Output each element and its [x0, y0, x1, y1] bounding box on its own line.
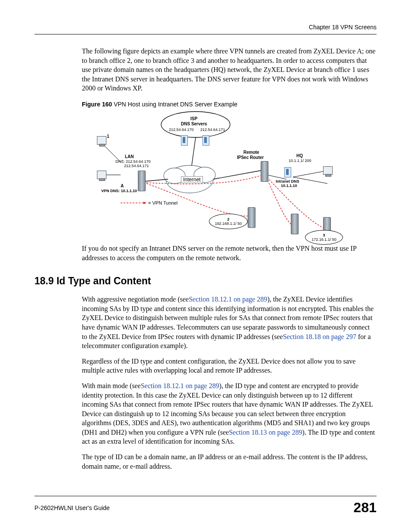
svg-line-4 — [192, 137, 196, 165]
node3-label: 3 — [323, 233, 325, 237]
after-figure-paragraph: If you do not specify an Intranet DNS se… — [82, 244, 377, 262]
node2b-router-icon — [291, 214, 299, 234]
node-1-label: 1 — [107, 134, 109, 139]
dns-ip1: 212.54.64.170 — [169, 128, 194, 132]
p3-text-b: ), the ID type and content are encrypted… — [82, 382, 373, 436]
page-footer: P-2602HWLNI User's Guide 281 — [34, 496, 377, 516]
pc-icon-2 — [97, 171, 106, 179]
page-header: Chapter 18 VPN Screens — [34, 24, 377, 34]
page: Chapter 18 VPN Screens The following fig… — [0, 0, 411, 532]
lan-dns2: 212.54.64.171 — [124, 164, 149, 168]
dns-servers-label: DNS Servers — [181, 121, 207, 126]
after-figure-block: If you do not specify an Intranet DNS se… — [82, 244, 377, 262]
vpn-tunnel-legend: = VPN Tunnel — [148, 200, 177, 205]
isp-label: ISP — [190, 116, 197, 121]
svg-line-10 — [293, 171, 327, 177]
device-a-label: A — [121, 184, 124, 188]
intro-block: The following figure depicts an example … — [82, 47, 377, 93]
vpn-dns-label: VPN DNS: 10.1.1.10 — [101, 189, 137, 193]
dns-server-icon-2 — [202, 135, 209, 146]
node3-ip: 172.16.1.1/ 50 — [311, 237, 336, 242]
hq-pc-icon — [323, 166, 333, 175]
svg-line-9 — [267, 175, 286, 179]
p3-text-a: With main mode (see — [82, 382, 141, 389]
paragraph-2: Regardless of the ID type and content co… — [82, 357, 377, 375]
footer-page-number: 281 — [354, 500, 377, 516]
figure-caption: Figure 160 VPN Host using Intranet DNS S… — [82, 101, 377, 108]
link-section-18-12-1-b[interactable]: Section 18.12.1 on page 289 — [141, 382, 219, 389]
node3-oval: 3 172.16.1.1/ 50 — [305, 230, 343, 245]
footer-guide: P-2602HWLNI User's Guide — [34, 504, 110, 511]
svg-marker-13 — [143, 202, 146, 204]
internet-label: Internet — [181, 176, 203, 183]
node2-label: 2 — [227, 217, 229, 221]
chapter-label: Chapter 18 VPN Screens — [309, 24, 377, 31]
lan-dns1: DNS: 212.54.64.170 — [115, 159, 151, 164]
link-section-18-18[interactable]: Section 18.18 on page 297 — [283, 333, 356, 340]
section-heading: 18.9 Id Type and Content — [34, 275, 377, 287]
pc-icon-1 — [97, 136, 106, 145]
device-a-icon — [138, 171, 146, 191]
node2-ip: 192.168.1.1/ 50 — [215, 221, 242, 226]
intranet-dns-icon — [284, 167, 291, 177]
lan-label: LAN — [125, 154, 134, 159]
paragraph-3: With main mode (seeSection 18.12.1 on pa… — [82, 381, 377, 446]
dns-server-icon-1 — [181, 135, 188, 146]
figure-diagram: ISP DNS Servers 212.54.64.170 212.54.64.… — [95, 110, 349, 244]
figure-title: VPN Host using Intranet DNS Server Examp… — [112, 101, 237, 108]
intro-paragraph: The following figure depicts an example … — [82, 47, 377, 93]
node2-router-icon — [248, 207, 255, 228]
intranet-dns-label: Intranet DNS — [276, 179, 299, 184]
remote-label: Remote — [243, 150, 259, 155]
link-section-18-12-1-a[interactable]: Section 18.12.1 on page 289 — [189, 296, 267, 303]
dns-ip2: 212.54.64.171 — [200, 128, 225, 132]
hq-ip: 10.1.1.1/ 200 — [289, 159, 311, 163]
svg-line-6 — [213, 171, 261, 179]
p1-text-a: With aggressive negotiation mode (see — [82, 296, 189, 303]
svg-line-5 — [144, 179, 168, 181]
link-section-18-13[interactable]: Section 18.13 on page 289 — [229, 429, 302, 436]
paragraph-1: With aggressive negotiation mode (seeSec… — [82, 295, 377, 351]
node2-oval: 2 192.168.1.1/ 50 — [209, 214, 248, 229]
ipsec-router-label: IPSec Router — [237, 155, 264, 160]
hq-label: HQ — [296, 153, 303, 158]
figure-number: Figure 160 — [82, 101, 112, 108]
remote-router-icon — [261, 161, 268, 182]
intranet-ip: 10.1.1.10 — [281, 184, 297, 188]
section-body: With aggressive negotiation mode (seeSec… — [82, 295, 377, 471]
paragraph-4: The type of ID can be a domain name, an … — [82, 452, 377, 471]
